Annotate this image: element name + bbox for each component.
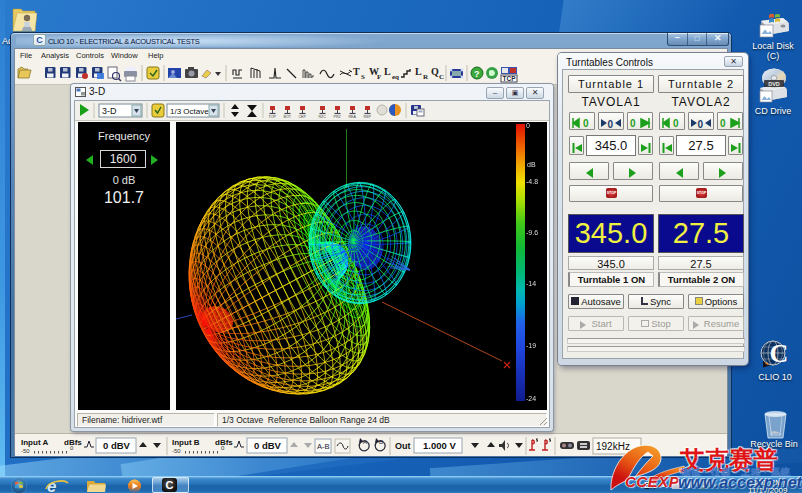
svg-text:TOP: TOP bbox=[269, 115, 277, 119]
svg-text:Q: Q bbox=[431, 66, 439, 77]
svg-text:0 dBV: 0 dBV bbox=[254, 440, 282, 451]
svg-text:B: B bbox=[379, 439, 383, 445]
svg-text:PRZ: PRZ bbox=[334, 115, 342, 119]
svg-text:eq: eq bbox=[392, 73, 399, 81]
svg-text:R: R bbox=[423, 73, 429, 81]
svg-text:0: 0 bbox=[698, 119, 704, 130]
svg-text:RZC: RZC bbox=[319, 115, 327, 119]
svg-text:BOT: BOT bbox=[284, 115, 292, 119]
svg-text:dBfs: dBfs bbox=[64, 438, 82, 447]
svg-text:S: S bbox=[361, 73, 365, 81]
svg-text:L: L bbox=[384, 66, 391, 77]
svg-text:T: T bbox=[353, 66, 360, 77]
svg-text:0: 0 bbox=[630, 118, 636, 129]
svg-text:C: C bbox=[439, 73, 444, 81]
svg-text:Input B: Input B bbox=[172, 438, 200, 447]
svg-text:REA: REA bbox=[349, 115, 357, 119]
svg-text:0 dBV: 0 dBV bbox=[103, 440, 131, 451]
svg-text:L: L bbox=[415, 66, 422, 77]
svg-text:F: F bbox=[377, 73, 381, 81]
svg-text:1.000 V: 1.000 V bbox=[423, 440, 456, 451]
svg-text:3-D: 3-D bbox=[102, 106, 117, 116]
svg-text:0: 0 bbox=[608, 119, 614, 130]
svg-text:0: 0 bbox=[673, 118, 679, 129]
svg-text:?: ? bbox=[474, 69, 480, 79]
svg-text:TCP: TCP bbox=[503, 75, 517, 82]
svg-text:dBfs: dBfs bbox=[215, 438, 233, 447]
svg-text:-50: -50 bbox=[21, 448, 30, 454]
svg-text:0: 0 bbox=[583, 118, 589, 129]
svg-text:CEP: CEP bbox=[299, 115, 307, 119]
svg-text:A: A bbox=[363, 439, 367, 445]
svg-text:A-B: A-B bbox=[317, 442, 330, 451]
svg-text:Input A: Input A bbox=[21, 438, 48, 447]
svg-text:DVD: DVD bbox=[768, 81, 780, 87]
svg-text:1/3 Octave: 1/3 Octave bbox=[170, 107, 209, 116]
svg-text:C: C bbox=[770, 339, 789, 368]
svg-text:Out: Out bbox=[395, 441, 411, 451]
svg-text:0: 0 bbox=[720, 118, 726, 129]
svg-text:RSP: RSP bbox=[364, 115, 372, 119]
svg-text:-50: -50 bbox=[172, 448, 181, 454]
